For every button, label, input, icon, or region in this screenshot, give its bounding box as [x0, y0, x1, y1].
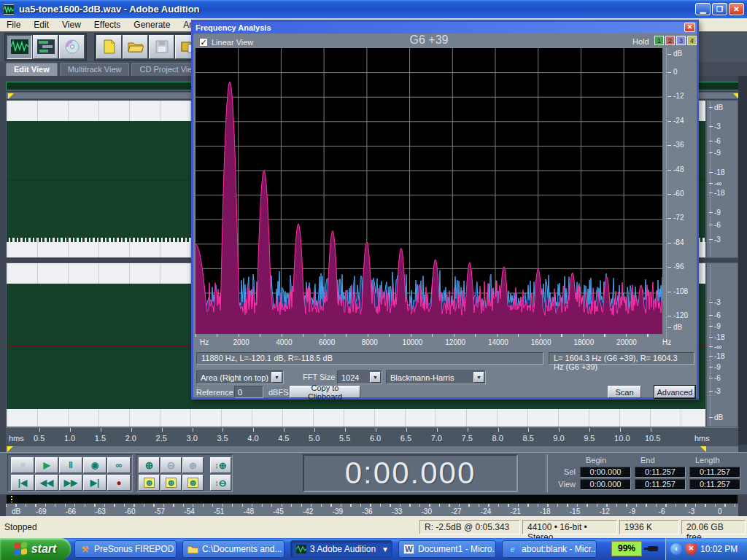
window-function-value: Blackmann-Harris — [390, 373, 454, 382]
open-file-button[interactable] — [123, 35, 148, 59]
window-title: ua5-tone1600-3dB.wav - Adobe Audition — [19, 4, 200, 15]
selview-sel-end[interactable]: 0:11.257 — [635, 467, 686, 478]
tab-multitrack-view[interactable]: Multitrack View — [60, 63, 130, 76]
window-titlebar[interactable]: ua5-tone1600-3dB.wav - Adobe Audition ▁ … — [0, 0, 747, 18]
stop-button[interactable]: ■ — [11, 457, 34, 473]
ruler-tick — [709, 239, 713, 240]
selview-view-end[interactable]: 0:11.257 — [635, 479, 686, 490]
area-mode-select[interactable]: Area (Right on top) ▼ — [196, 370, 284, 384]
selview-sel-length[interactable]: 0:11.257 — [689, 467, 740, 478]
timeline-tick — [162, 428, 163, 432]
ruler-tick — [709, 326, 713, 327]
meter-label: -15 — [570, 508, 580, 516]
dialog-title: Frequency Analysis — [196, 23, 271, 32]
selview-view-length[interactable]: 0:11.257 — [689, 479, 740, 490]
selection-start-marker[interactable] — [8, 93, 14, 99]
battery-meter[interactable]: 99% — [611, 541, 642, 556]
level-meter[interactable] — [6, 494, 738, 504]
amplitude-ruler-right[interactable]: -3-6-9-18-∞-18-9-6-3dB — [706, 262, 738, 427]
scan-button[interactable]: Scan — [608, 386, 641, 398]
zoom-in-button[interactable]: ⊕ — [139, 457, 160, 473]
hold-button-4[interactable]: 4 — [687, 36, 697, 45]
timeline-ruler[interactable]: hms0.51.01.52.02.53.03.54.04.55.05.56.06… — [6, 427, 738, 446]
advanced-button[interactable]: Advanced — [654, 386, 695, 398]
save-file-icon — [153, 39, 171, 55]
security-shield-icon[interactable]: ✕ — [686, 543, 697, 555]
level-meter-scale[interactable]: dB-69-66-63-60-57-54-51-48-45-42-39-36-3… — [6, 504, 738, 516]
frequency-analysis-dialog: Frequency Analysis ✕ ✓ Linear View G6 +3… — [191, 20, 699, 400]
group-arrow-icon[interactable]: ▾ — [383, 544, 387, 554]
language-ball-icon[interactable]: ‹ — [670, 543, 682, 555]
chevron-down-icon[interactable]: ▼ — [271, 372, 282, 383]
start-button[interactable]: start — [0, 538, 71, 560]
menu-item-edit[interactable]: Edit — [27, 19, 55, 31]
zoom-selection-left-button[interactable]: ⊕ — [160, 475, 182, 491]
window-function-select[interactable]: Blackmann-Harris ▼ — [386, 370, 486, 384]
selview-sel-begin[interactable]: 0:00.000 — [580, 467, 631, 478]
taskbar-button-firepod[interactable]: ⚒PreSonus FIREPOD — [74, 540, 177, 558]
chevron-down-icon[interactable]: ▼ — [473, 372, 484, 383]
menu-item-view[interactable]: View — [55, 19, 88, 31]
tab-edit-view[interactable]: Edit View — [6, 63, 58, 76]
copy-to-clipboard-button[interactable]: Copy to Clipboard — [290, 386, 360, 398]
cd-project-button[interactable] — [59, 35, 85, 59]
view-end-marker[interactable] — [700, 446, 706, 452]
new-file-button[interactable] — [96, 35, 122, 59]
chevron-down-icon[interactable]: ▼ — [370, 372, 381, 383]
hold-button-2[interactable]: 2 — [665, 36, 675, 45]
timeline-label: 10.5 — [645, 434, 660, 443]
amplitude-ruler-left[interactable]: dB-3-6-9-18-∞-18-9-6-3 — [706, 100, 738, 258]
timeline-tick — [651, 428, 651, 432]
go-to-end-button[interactable]: ▶| — [83, 475, 107, 491]
record-button[interactable]: ● — [107, 475, 131, 491]
timeline-tick — [222, 428, 223, 432]
marker-strip[interactable] — [6, 446, 738, 452]
menu-item-file[interactable]: File — [0, 19, 27, 31]
dialog-titlebar[interactable]: Frequency Analysis — [193, 22, 697, 34]
selview-view-begin[interactable]: 0:00.000 — [580, 479, 631, 490]
view-start-marker[interactable] — [7, 446, 13, 452]
spectrum-graph[interactable] — [196, 48, 662, 334]
time-display-panel[interactable]: 0:00.000 — [303, 454, 518, 492]
menu-item-effects[interactable]: Effects — [88, 19, 127, 31]
zoom-selection-right-button[interactable]: ⊕ — [182, 475, 204, 491]
menu-item-generate[interactable]: Generate — [127, 19, 177, 31]
play-button[interactable]: ▶ — [35, 457, 58, 473]
rewind-button[interactable]: ◀◀ — [35, 475, 58, 491]
power-plug-icon[interactable] — [648, 546, 658, 551]
zoom-out-button[interactable]: ⊖ — [160, 457, 182, 473]
zoom-vertical-in-button[interactable]: ↕⊕ — [210, 457, 231, 473]
play-from-cursor-button[interactable]: ◉ — [83, 457, 107, 473]
vertical-scroll-strip[interactable] — [738, 76, 747, 445]
dbfs-label: dBFS — [268, 388, 289, 397]
minimize-button[interactable]: ▁ — [695, 3, 711, 15]
go-to-beginning-button[interactable]: |◀ — [11, 475, 34, 491]
pause-button[interactable]: ‖ — [59, 457, 82, 473]
restore-button[interactable]: ❐ — [712, 3, 727, 15]
transport-buttons-panel: ■▶‖◉∞|◀◀◀▶▶▶|● — [7, 454, 133, 492]
fast-forward-button[interactable]: ▶▶ — [59, 475, 82, 491]
selview-row-label-view: View — [551, 480, 576, 489]
fft-size-select[interactable]: 1024 ▼ — [337, 370, 382, 384]
ruler-tick — [709, 172, 713, 173]
save-file-button[interactable] — [149, 35, 174, 59]
meter-label: -48 — [244, 508, 254, 516]
hold-button-3[interactable]: 3 — [676, 36, 686, 45]
taskbar-button-word[interactable]: WDocument1 - Micro... — [398, 540, 496, 558]
zoom-to-selection-button[interactable]: ⊕ — [139, 475, 160, 491]
zoom-full-button[interactable]: ⊕ — [182, 457, 204, 473]
edit-view-waveform-button[interactable] — [7, 35, 32, 59]
hold-button-1[interactable]: 1 — [654, 36, 664, 45]
close-button[interactable]: ✕ — [729, 3, 744, 15]
multitrack-view-button[interactable] — [33, 35, 58, 59]
taskbar-button-ie[interactable]: eabout:blank - Micr... — [502, 540, 597, 558]
zoom-vertical-out-button[interactable]: ↕⊖ — [210, 475, 231, 491]
reference-input[interactable] — [234, 386, 263, 398]
play-looped-button[interactable]: ∞ — [107, 457, 131, 473]
taskbar-button-folder[interactable]: C:\Documents and... — [182, 540, 285, 558]
db-axis-label: -108 — [673, 287, 688, 295]
taskbar-button-audition[interactable]: 3 Adobe Audition▾ — [290, 540, 392, 558]
taskbar-button-label: C:\Documents and... — [202, 544, 282, 554]
time-display[interactable]: 0:00.000 — [345, 456, 476, 491]
dialog-close-icon[interactable]: ✕ — [684, 23, 695, 32]
